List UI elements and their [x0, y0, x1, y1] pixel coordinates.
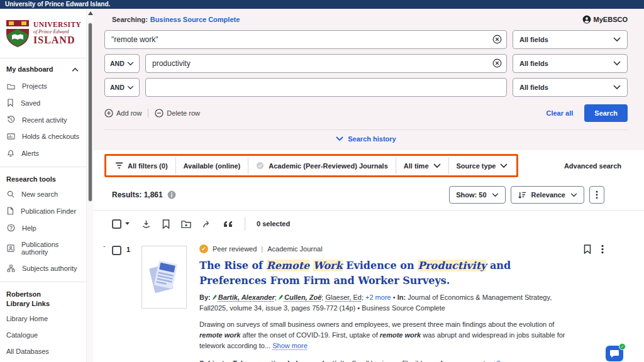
sidebar-section-research-tools: Research tools	[0, 167, 86, 186]
search-row-1: All fields	[104, 30, 628, 49]
upei-logo[interactable]: UNIVERSITY of Prince Edward ISLAND	[0, 13, 86, 55]
sidebar-item-subjects-authority[interactable]: Subjects authority	[0, 260, 86, 277]
sidebar-item-projects[interactable]: Projects	[0, 78, 86, 94]
kebab-icon	[596, 190, 598, 199]
sidebar-item-holds-checkouts[interactable]: Holds & checkouts	[0, 128, 86, 145]
sidebar-item-library-home[interactable]: Library Home	[0, 310, 86, 327]
upei-shield-icon	[5, 19, 30, 48]
account-icon	[582, 15, 591, 24]
sidebar-section-my-dashboard[interactable]: My dashboard	[0, 58, 86, 78]
add-row-button[interactable]: Add row	[104, 109, 142, 118]
main-content: Searching:Business Source Complete MyEBS…	[93, 9, 644, 362]
library-links: Robertson Library Links Library Home Cat…	[0, 282, 86, 359]
publication-authority-icon	[7, 244, 14, 252]
all-filters-button[interactable]: All filters (0)	[108, 157, 175, 174]
search-icon	[7, 190, 14, 198]
sidebar: UNIVERSITY of Prince Edward ISLAND My da…	[0, 9, 86, 362]
search-term-input-3[interactable]	[145, 78, 507, 97]
sidebar-item-saved[interactable]: Saved	[0, 94, 86, 111]
document-icon	[7, 207, 14, 215]
chat-widget-button[interactable]: ✓	[606, 346, 623, 361]
search-row-2: AND All fields	[104, 54, 628, 73]
share-button[interactable]	[203, 220, 212, 228]
chat-bubble-icon	[609, 349, 619, 358]
sidebar-item-all-databases[interactable]: All Databases	[0, 343, 86, 359]
vertical-scrollbar[interactable]	[86, 9, 93, 362]
divider	[245, 217, 245, 231]
selected-count: 0 selected	[257, 220, 290, 228]
results-count: Results: 1,861	[112, 190, 176, 199]
sidebar-item-recent-activity[interactable]: Recent activity	[0, 111, 86, 128]
clear-all-button[interactable]: Clear all	[546, 109, 573, 117]
cite-button[interactable]	[223, 220, 233, 228]
advanced-search-link[interactable]: Advanced search	[564, 162, 621, 170]
peer-reviewed-icon: ✓	[199, 244, 208, 253]
available-online-filter[interactable]: Available (online)	[175, 157, 248, 174]
operator-select-3[interactable]: AND	[104, 78, 140, 97]
divider: |	[261, 245, 263, 253]
result-byline: By: Bartik, Alexander; Cullen, Zoë; Glae…	[199, 292, 577, 314]
add-to-project-button[interactable]	[181, 220, 191, 228]
filter-icon	[115, 162, 123, 169]
chevron-down-icon	[613, 37, 621, 42]
delete-row-button[interactable]: Delete row	[148, 109, 200, 118]
field-select-1[interactable]: All fields	[513, 30, 628, 49]
article-thumbnail-icon	[147, 258, 181, 297]
peer-reviewed-label: Peer reviewed	[213, 245, 257, 253]
kebab-icon	[601, 244, 604, 254]
myebsco-button[interactable]: MyEBSCO	[582, 15, 628, 24]
chevron-down-icon	[570, 193, 577, 197]
search-term-input-1[interactable]	[104, 30, 507, 49]
result-overflow-menu[interactable]	[601, 244, 604, 254]
scrollbar-thumb[interactable]	[88, 23, 92, 202]
chevron-up-icon	[72, 67, 79, 72]
chevron-down-icon	[433, 163, 441, 168]
sidebar-item-publications-authority[interactable]: Publications authority	[0, 236, 86, 260]
check-circle-icon	[256, 162, 264, 170]
sidebar-item-help[interactable]: Help	[0, 219, 86, 236]
bulk-actions-toolbar: 0 selected	[93, 210, 644, 237]
clear-term-icon[interactable]	[492, 58, 502, 68]
result-item: - 1	[93, 237, 644, 362]
field-select-3[interactable]: All fields	[513, 78, 628, 97]
select-all-checkbox[interactable]	[112, 219, 121, 229]
clear-term-icon[interactable]	[492, 35, 502, 44]
save-bookmark-button[interactable]	[162, 219, 170, 229]
search-term-input-2[interactable]	[145, 54, 507, 73]
info-icon[interactable]	[167, 190, 176, 199]
chevron-down-icon	[613, 85, 621, 90]
folder-icon	[7, 83, 15, 90]
hierarchy-icon	[7, 265, 15, 272]
database-link[interactable]: Business Source Complete	[150, 16, 240, 23]
search-button[interactable]: Search	[584, 104, 628, 122]
sidebar-item-new-search[interactable]: New search	[0, 186, 86, 202]
sidebar-item-alerts[interactable]: Alerts	[0, 145, 86, 162]
sidebar-item-publication-finder[interactable]: Publication Finder	[0, 202, 86, 219]
result-abstract: Drawing on surveys of small business own…	[199, 319, 577, 351]
download-button[interactable]	[142, 219, 151, 229]
result-title-link[interactable]: The Rise of Remote Work Evidence on Prod…	[199, 258, 567, 288]
chevron-down-icon	[127, 62, 134, 66]
result-thumbnail[interactable]	[142, 246, 187, 309]
operator-select-2[interactable]: AND	[104, 54, 140, 73]
source-type-filter[interactable]: Source type	[448, 157, 516, 174]
result-checkbox[interactable]	[112, 246, 121, 255]
sort-select[interactable]: Relevance	[511, 186, 584, 204]
sidebar-section-library-links: Robertson Library Links	[0, 282, 69, 310]
results-overflow-menu[interactable]	[589, 186, 604, 204]
all-time-filter[interactable]: All time	[396, 157, 448, 174]
show-per-page-select[interactable]: Show: 50	[449, 186, 505, 204]
scrollbar-up-arrow[interactable]	[88, 11, 93, 15]
chevron-down-icon	[127, 85, 134, 90]
peer-reviewed-filter[interactable]: Academic (Peer-Reviewed) Journals	[248, 157, 396, 174]
bookmark-result-button[interactable]	[584, 244, 591, 254]
select-caret-icon[interactable]	[125, 222, 130, 226]
field-select-2[interactable]: All fields	[513, 54, 628, 73]
sort-icon	[518, 191, 526, 199]
upei-wordmark: UNIVERSITY of Prince Edward ISLAND	[33, 21, 81, 45]
search-history-toggle[interactable]: Search history	[104, 130, 628, 150]
result-number: 1	[126, 246, 130, 362]
sidebar-item-catalogue[interactable]: Catalogue	[0, 327, 86, 343]
os-window-title: University of Prince Edward Island.	[0, 0, 644, 9]
chevron-down-icon	[336, 136, 343, 141]
